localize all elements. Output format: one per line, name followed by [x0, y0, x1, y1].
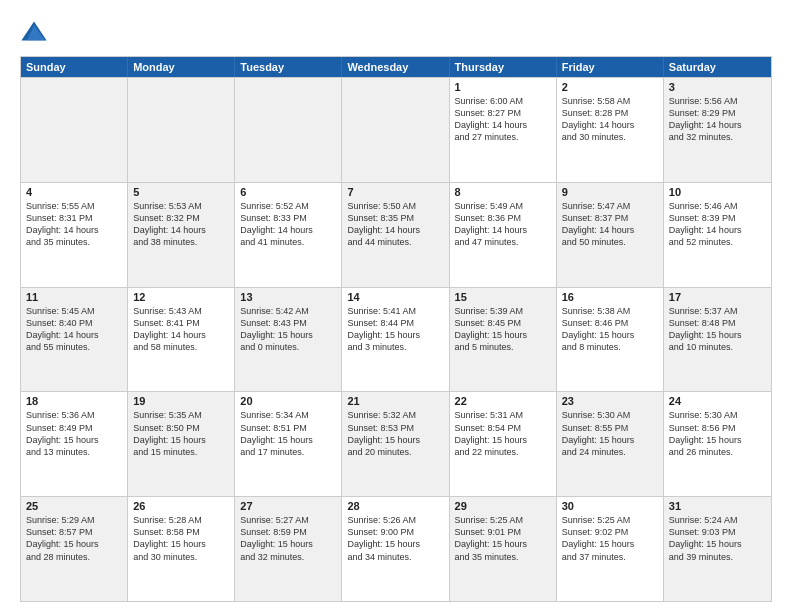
day-number: 23	[562, 395, 658, 407]
day-number: 14	[347, 291, 443, 303]
week-3: 11Sunrise: 5:45 AM Sunset: 8:40 PM Dayli…	[21, 287, 771, 392]
day-info: Sunrise: 5:37 AM Sunset: 8:48 PM Dayligh…	[669, 305, 766, 354]
week-5: 25Sunrise: 5:29 AM Sunset: 8:57 PM Dayli…	[21, 496, 771, 601]
empty-cell	[21, 78, 128, 182]
day-cell-7: 7Sunrise: 5:50 AM Sunset: 8:35 PM Daylig…	[342, 183, 449, 287]
day-cell-20: 20Sunrise: 5:34 AM Sunset: 8:51 PM Dayli…	[235, 392, 342, 496]
day-cell-11: 11Sunrise: 5:45 AM Sunset: 8:40 PM Dayli…	[21, 288, 128, 392]
day-info: Sunrise: 5:34 AM Sunset: 8:51 PM Dayligh…	[240, 409, 336, 458]
day-number: 6	[240, 186, 336, 198]
day-info: Sunrise: 5:41 AM Sunset: 8:44 PM Dayligh…	[347, 305, 443, 354]
header-day-saturday: Saturday	[664, 57, 771, 77]
day-cell-16: 16Sunrise: 5:38 AM Sunset: 8:46 PM Dayli…	[557, 288, 664, 392]
day-cell-15: 15Sunrise: 5:39 AM Sunset: 8:45 PM Dayli…	[450, 288, 557, 392]
day-cell-10: 10Sunrise: 5:46 AM Sunset: 8:39 PM Dayli…	[664, 183, 771, 287]
day-info: Sunrise: 5:30 AM Sunset: 8:55 PM Dayligh…	[562, 409, 658, 458]
day-info: Sunrise: 5:46 AM Sunset: 8:39 PM Dayligh…	[669, 200, 766, 249]
day-info: Sunrise: 5:25 AM Sunset: 9:01 PM Dayligh…	[455, 514, 551, 563]
day-info: Sunrise: 5:42 AM Sunset: 8:43 PM Dayligh…	[240, 305, 336, 354]
day-info: Sunrise: 5:50 AM Sunset: 8:35 PM Dayligh…	[347, 200, 443, 249]
logo-icon	[20, 18, 48, 46]
day-cell-4: 4Sunrise: 5:55 AM Sunset: 8:31 PM Daylig…	[21, 183, 128, 287]
day-number: 17	[669, 291, 766, 303]
day-cell-30: 30Sunrise: 5:25 AM Sunset: 9:02 PM Dayli…	[557, 497, 664, 601]
calendar-body: 1Sunrise: 6:00 AM Sunset: 8:27 PM Daylig…	[21, 77, 771, 601]
day-number: 1	[455, 81, 551, 93]
day-number: 9	[562, 186, 658, 198]
day-info: Sunrise: 6:00 AM Sunset: 8:27 PM Dayligh…	[455, 95, 551, 144]
day-cell-12: 12Sunrise: 5:43 AM Sunset: 8:41 PM Dayli…	[128, 288, 235, 392]
day-number: 20	[240, 395, 336, 407]
day-cell-18: 18Sunrise: 5:36 AM Sunset: 8:49 PM Dayli…	[21, 392, 128, 496]
week-2: 4Sunrise: 5:55 AM Sunset: 8:31 PM Daylig…	[21, 182, 771, 287]
day-info: Sunrise: 5:32 AM Sunset: 8:53 PM Dayligh…	[347, 409, 443, 458]
day-number: 3	[669, 81, 766, 93]
day-number: 7	[347, 186, 443, 198]
day-cell-19: 19Sunrise: 5:35 AM Sunset: 8:50 PM Dayli…	[128, 392, 235, 496]
day-number: 4	[26, 186, 122, 198]
empty-cell	[235, 78, 342, 182]
day-info: Sunrise: 5:28 AM Sunset: 8:58 PM Dayligh…	[133, 514, 229, 563]
day-cell-1: 1Sunrise: 6:00 AM Sunset: 8:27 PM Daylig…	[450, 78, 557, 182]
day-number: 2	[562, 81, 658, 93]
day-info: Sunrise: 5:53 AM Sunset: 8:32 PM Dayligh…	[133, 200, 229, 249]
day-cell-27: 27Sunrise: 5:27 AM Sunset: 8:59 PM Dayli…	[235, 497, 342, 601]
day-number: 21	[347, 395, 443, 407]
day-cell-6: 6Sunrise: 5:52 AM Sunset: 8:33 PM Daylig…	[235, 183, 342, 287]
day-cell-2: 2Sunrise: 5:58 AM Sunset: 8:28 PM Daylig…	[557, 78, 664, 182]
day-info: Sunrise: 5:55 AM Sunset: 8:31 PM Dayligh…	[26, 200, 122, 249]
week-1: 1Sunrise: 6:00 AM Sunset: 8:27 PM Daylig…	[21, 77, 771, 182]
day-number: 18	[26, 395, 122, 407]
day-number: 26	[133, 500, 229, 512]
empty-cell	[342, 78, 449, 182]
logo	[20, 18, 52, 46]
empty-cell	[128, 78, 235, 182]
day-info: Sunrise: 5:36 AM Sunset: 8:49 PM Dayligh…	[26, 409, 122, 458]
day-cell-21: 21Sunrise: 5:32 AM Sunset: 8:53 PM Dayli…	[342, 392, 449, 496]
day-number: 22	[455, 395, 551, 407]
page: SundayMondayTuesdayWednesdayThursdayFrid…	[0, 0, 792, 612]
day-number: 15	[455, 291, 551, 303]
day-info: Sunrise: 5:45 AM Sunset: 8:40 PM Dayligh…	[26, 305, 122, 354]
day-number: 30	[562, 500, 658, 512]
day-info: Sunrise: 5:25 AM Sunset: 9:02 PM Dayligh…	[562, 514, 658, 563]
day-cell-5: 5Sunrise: 5:53 AM Sunset: 8:32 PM Daylig…	[128, 183, 235, 287]
day-info: Sunrise: 5:24 AM Sunset: 9:03 PM Dayligh…	[669, 514, 766, 563]
day-info: Sunrise: 5:52 AM Sunset: 8:33 PM Dayligh…	[240, 200, 336, 249]
day-info: Sunrise: 5:38 AM Sunset: 8:46 PM Dayligh…	[562, 305, 658, 354]
day-cell-28: 28Sunrise: 5:26 AM Sunset: 9:00 PM Dayli…	[342, 497, 449, 601]
day-info: Sunrise: 5:27 AM Sunset: 8:59 PM Dayligh…	[240, 514, 336, 563]
day-cell-22: 22Sunrise: 5:31 AM Sunset: 8:54 PM Dayli…	[450, 392, 557, 496]
week-4: 18Sunrise: 5:36 AM Sunset: 8:49 PM Dayli…	[21, 391, 771, 496]
day-info: Sunrise: 5:47 AM Sunset: 8:37 PM Dayligh…	[562, 200, 658, 249]
day-info: Sunrise: 5:29 AM Sunset: 8:57 PM Dayligh…	[26, 514, 122, 563]
day-cell-3: 3Sunrise: 5:56 AM Sunset: 8:29 PM Daylig…	[664, 78, 771, 182]
header-day-tuesday: Tuesday	[235, 57, 342, 77]
day-info: Sunrise: 5:31 AM Sunset: 8:54 PM Dayligh…	[455, 409, 551, 458]
day-cell-23: 23Sunrise: 5:30 AM Sunset: 8:55 PM Dayli…	[557, 392, 664, 496]
day-cell-31: 31Sunrise: 5:24 AM Sunset: 9:03 PM Dayli…	[664, 497, 771, 601]
day-number: 12	[133, 291, 229, 303]
day-cell-29: 29Sunrise: 5:25 AM Sunset: 9:01 PM Dayli…	[450, 497, 557, 601]
header-day-thursday: Thursday	[450, 57, 557, 77]
day-cell-24: 24Sunrise: 5:30 AM Sunset: 8:56 PM Dayli…	[664, 392, 771, 496]
day-cell-17: 17Sunrise: 5:37 AM Sunset: 8:48 PM Dayli…	[664, 288, 771, 392]
day-info: Sunrise: 5:35 AM Sunset: 8:50 PM Dayligh…	[133, 409, 229, 458]
day-info: Sunrise: 5:58 AM Sunset: 8:28 PM Dayligh…	[562, 95, 658, 144]
day-cell-25: 25Sunrise: 5:29 AM Sunset: 8:57 PM Dayli…	[21, 497, 128, 601]
day-number: 28	[347, 500, 443, 512]
header-day-sunday: Sunday	[21, 57, 128, 77]
day-number: 10	[669, 186, 766, 198]
day-number: 25	[26, 500, 122, 512]
calendar: SundayMondayTuesdayWednesdayThursdayFrid…	[20, 56, 772, 602]
day-number: 8	[455, 186, 551, 198]
day-number: 24	[669, 395, 766, 407]
day-info: Sunrise: 5:43 AM Sunset: 8:41 PM Dayligh…	[133, 305, 229, 354]
day-number: 27	[240, 500, 336, 512]
day-number: 29	[455, 500, 551, 512]
header-day-monday: Monday	[128, 57, 235, 77]
day-number: 19	[133, 395, 229, 407]
day-number: 16	[562, 291, 658, 303]
day-cell-26: 26Sunrise: 5:28 AM Sunset: 8:58 PM Dayli…	[128, 497, 235, 601]
header	[20, 18, 772, 46]
